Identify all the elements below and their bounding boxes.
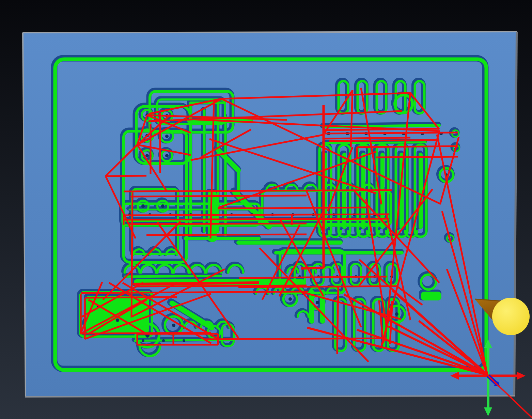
rapid-move-line [329,140,439,141]
rapid-move-line [376,157,458,157]
rapid-move-line [218,207,368,208]
rapid-move-line [131,192,132,317]
rapid-move-line [146,234,307,235]
pad-hole [165,135,169,138]
pad-hole [165,154,169,157]
cam-3d-viewport[interactable] [0,0,532,419]
pad-hole [183,339,185,342]
rapid-move-line [324,138,410,139]
rapid-move-line [301,268,324,268]
pad-hole [288,297,292,301]
pad-hole [172,324,175,327]
trace-shape [325,142,426,143]
pad-hole [316,301,319,304]
tool-ball [492,298,530,335]
rapid-move-line [133,283,259,284]
trace-shape [421,292,441,300]
pad-hole [141,204,145,208]
rapid-move-line [124,219,389,220]
rapid-move-line [85,297,177,298]
pad-hole [395,312,398,316]
rapid-move-line [124,214,389,215]
pcb-simulation-canvas[interactable] [0,0,532,419]
trace-shape [419,153,423,229]
pad-hole [116,319,119,322]
rapid-move-line [130,196,307,197]
rapid-move-line [325,133,458,134]
rapid-move-line [106,176,146,176]
pad-hole [161,204,165,208]
rapid-move-line [129,223,307,224]
rapid-move-line [204,338,387,339]
pad-hole [162,339,165,342]
pad-hole [142,339,144,342]
rapid-move-line [337,287,338,354]
trace-shape [125,276,221,277]
rapid-move-line [135,285,307,286]
